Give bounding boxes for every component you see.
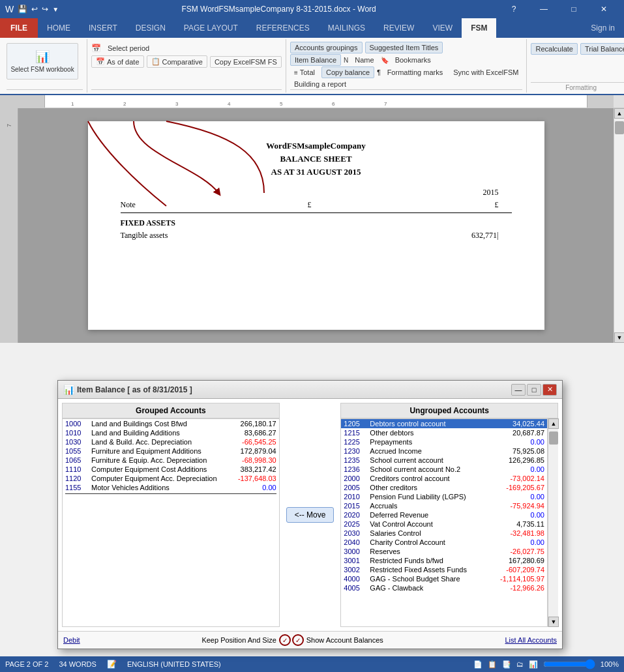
view-icon3[interactable]: 📑 bbox=[502, 660, 511, 669]
grouped-account-row[interactable]: 1120Computer Equipment Acc. Depreciation… bbox=[63, 474, 279, 483]
ungrouped-scroll-thumb[interactable] bbox=[549, 431, 558, 445]
grouped-account-row[interactable]: 1030Land & Build. Acc. Depreciation-66,5… bbox=[63, 437, 279, 446]
scroll-up-btn[interactable]: ▲ bbox=[614, 108, 624, 119]
grouped-account-row[interactable]: 1000Land and Buildings Cost Bfwd266,180.… bbox=[63, 419, 279, 428]
ungrouped-account-row[interactable]: 2005Other creditors-169,205.67 bbox=[341, 483, 547, 492]
account-name: Prepayments bbox=[370, 438, 492, 446]
minimize-btn[interactable]: — bbox=[529, 0, 559, 18]
view-icon4[interactable]: 🗂 bbox=[516, 660, 524, 668]
ungrouped-account-row[interactable]: 3001Restricted Funds b/fwd167,280.69 bbox=[341, 556, 547, 565]
tab-page-layout[interactable]: PAGE LAYOUT bbox=[175, 18, 247, 38]
grouped-account-row[interactable]: 1065Furniture & Equip. Acc. Depreciation… bbox=[63, 456, 279, 465]
ungrouped-accounts-list[interactable]: 1205Debtors control account34,025.441215… bbox=[340, 418, 548, 627]
bookmarks-btn[interactable]: Bookmarks bbox=[391, 55, 435, 65]
tab-view[interactable]: VIEW bbox=[423, 18, 462, 38]
redo-icon[interactable]: ↪ bbox=[42, 5, 48, 14]
doc-scrollbar[interactable]: ▲ ▼ bbox=[614, 108, 624, 343]
list-all-link[interactable]: List All Accounts bbox=[505, 636, 557, 644]
dialog-maximize-btn[interactable]: □ bbox=[527, 384, 541, 396]
grouped-underline bbox=[65, 493, 276, 494]
ungrouped-account-row[interactable]: 3000Reserves-26,027.75 bbox=[341, 547, 547, 556]
sign-in-link[interactable]: Sign in bbox=[582, 18, 624, 38]
formatting-marks-btn[interactable]: Formatting marks bbox=[383, 67, 447, 78]
ungrouped-account-row[interactable]: 2020Deferred Revenue0.00 bbox=[341, 510, 547, 519]
select-period-btn[interactable]: Select period bbox=[104, 43, 153, 53]
qa-dropdown-icon[interactable]: ▼ bbox=[52, 6, 59, 13]
account-code: 1225 bbox=[344, 438, 370, 446]
table-icon: 📋 bbox=[151, 57, 160, 66]
total-icon: ≡ bbox=[294, 69, 298, 76]
ungrouped-account-row[interactable]: 1225Prepayments0.00 bbox=[341, 437, 547, 446]
tab-mailings[interactable]: MAILINGS bbox=[319, 18, 374, 38]
grouped-account-row[interactable]: 1010Land and Building Additions83,686.27 bbox=[63, 428, 279, 437]
view-icon5[interactable]: 📊 bbox=[529, 660, 538, 669]
accounts-groupings-btn[interactable]: Accounts groupings bbox=[290, 42, 363, 53]
help-icon[interactable]: ? bbox=[499, 0, 529, 18]
ribbon-tabs: FILE HOME INSERT DESIGN PAGE LAYOUT REFE… bbox=[0, 18, 624, 38]
zoom-slider[interactable] bbox=[543, 659, 595, 669]
tab-fsm[interactable]: FSM bbox=[462, 18, 496, 38]
debit-link[interactable]: Debit bbox=[63, 636, 80, 644]
ungrouped-account-row[interactable]: 4005GAG - Clawback-12,966.26 bbox=[341, 583, 547, 592]
account-code: 1110 bbox=[65, 465, 91, 473]
select-workbook-btn[interactable]: 📊 Select FSM workbook bbox=[7, 43, 78, 80]
comparative-btn[interactable]: 📋 Comparative bbox=[147, 55, 207, 68]
close-btn[interactable]: ✕ bbox=[589, 0, 619, 18]
ungrouped-scroll-up[interactable]: ▲ bbox=[548, 418, 559, 429]
ungrouped-account-row[interactable]: 2025Vat Control Account4,735.11 bbox=[341, 519, 547, 529]
tab-references[interactable]: REFERENCES bbox=[247, 18, 319, 38]
ungrouped-scrollbar[interactable]: ▲ ▼ bbox=[548, 418, 558, 627]
scroll-thumb[interactable] bbox=[615, 121, 624, 134]
ungrouped-account-row[interactable]: 2040Charity Control Account0.00 bbox=[341, 538, 547, 547]
save-icon[interactable]: 💾 bbox=[18, 5, 27, 14]
suggested-titles-btn[interactable]: Suggested Item Titles bbox=[365, 42, 443, 53]
tab-insert[interactable]: INSERT bbox=[80, 18, 126, 38]
scroll-down-btn[interactable]: ▼ bbox=[614, 332, 624, 343]
ungrouped-account-row[interactable]: 2030Salaries Control-32,481.98 bbox=[341, 529, 547, 538]
page[interactable]: WordFSMsampleCompany BALANCE SHEET AS AT… bbox=[88, 121, 544, 330]
account-value: -607,209.74 bbox=[492, 566, 544, 574]
tab-file[interactable]: FILE bbox=[0, 18, 38, 38]
ungrouped-account-row[interactable]: 2015Accruals-75,924.94 bbox=[341, 501, 547, 510]
copy-excelfsm-btn[interactable]: Copy ExcelFSM FS bbox=[210, 56, 282, 68]
ungrouped-account-row[interactable]: 2000Creditors control account-73,002.14 bbox=[341, 474, 547, 483]
recalculate-btn[interactable]: Recalculate bbox=[531, 43, 577, 55]
account-value: -137,648.03 bbox=[224, 475, 276, 482]
as-of-date-btn[interactable]: 📅 As of date bbox=[91, 55, 144, 68]
name-btn[interactable]: Name bbox=[351, 55, 378, 65]
tab-design[interactable]: DESIGN bbox=[126, 18, 175, 38]
grouped-account-row[interactable]: 1055Furniture and Equipment Additions172… bbox=[63, 446, 279, 456]
ungrouped-scroll-down[interactable]: ▼ bbox=[548, 617, 559, 627]
dialog-close-btn[interactable]: ✕ bbox=[542, 384, 557, 396]
dialog-minimize-btn[interactable]: — bbox=[511, 384, 526, 396]
tab-review[interactable]: REVIEW bbox=[374, 18, 423, 38]
ungrouped-account-row[interactable]: 1215Other debtors20,687.87 bbox=[341, 428, 547, 437]
checkbox1[interactable]: ✓ bbox=[279, 634, 291, 646]
ungrouped-account-row[interactable]: 4000GAG - School Budget Share-1,114,105.… bbox=[341, 574, 547, 583]
undo-icon[interactable]: ↩ bbox=[31, 5, 38, 14]
ungrouped-account-row[interactable]: 1235School current account126,296.85 bbox=[341, 456, 547, 465]
view-icon1[interactable]: 📄 bbox=[473, 660, 483, 669]
grouped-accounts-list[interactable]: 1000Land and Buildings Cost Bfwd266,180.… bbox=[62, 418, 280, 627]
trial-balance-btn[interactable]: Trial Balance bbox=[580, 43, 624, 55]
ungrouped-account-row[interactable]: 1230Accrued Income75,925.08 bbox=[341, 446, 547, 456]
checkbox2[interactable]: ✓ bbox=[292, 634, 304, 646]
item-balance-btn[interactable]: Item Balance bbox=[290, 54, 341, 66]
page-content: WordFSMsampleCompany BALANCE SHEET AS AT… bbox=[121, 141, 512, 241]
ungrouped-account-row[interactable]: 1205Debtors control account34,025.44 bbox=[341, 419, 547, 428]
ungrouped-account-row[interactable]: 3002Restricted Fixed Assets Funds-607,20… bbox=[341, 565, 547, 574]
ungrouped-account-row[interactable]: 2010Pension Fund Liability (LGPS)0.00 bbox=[341, 492, 547, 501]
grouped-account-row[interactable]: 1155Motor Vehicles Additions0.00 bbox=[63, 483, 279, 492]
copy-balance-btn[interactable]: Copy balance bbox=[321, 66, 374, 78]
move-btn[interactable]: <-- Move bbox=[286, 507, 334, 523]
tab-home[interactable]: HOME bbox=[38, 18, 80, 38]
company-name: WordFSMsampleCompany bbox=[121, 141, 512, 151]
sync-btn[interactable]: Sync with ExcelFSM bbox=[449, 67, 522, 78]
total-btn[interactable]: ≡ Total bbox=[290, 67, 319, 78]
grouped-account-row[interactable]: 1110Computer Equipment Cost Additions383… bbox=[63, 465, 279, 474]
ungrouped-account-row[interactable]: 1236School current account No.20.00 bbox=[341, 465, 547, 474]
building-report-btn[interactable]: Building a report bbox=[290, 79, 350, 89]
view-icon2[interactable]: 📋 bbox=[488, 660, 497, 669]
maximize-btn[interactable]: □ bbox=[559, 0, 589, 18]
account-value: 0.00 bbox=[492, 511, 544, 519]
